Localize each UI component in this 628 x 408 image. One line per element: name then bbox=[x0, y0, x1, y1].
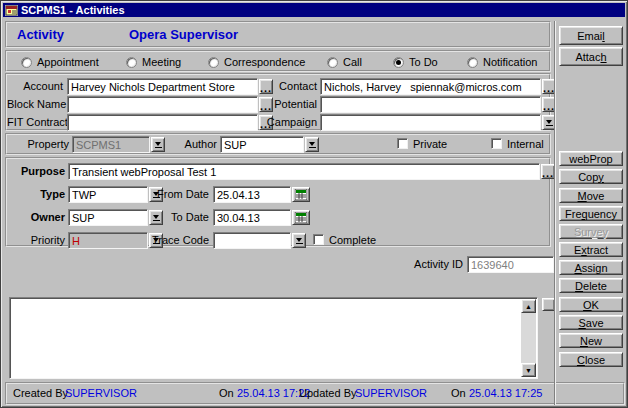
complete-label: Complete bbox=[329, 232, 376, 249]
account-input[interactable] bbox=[67, 78, 258, 95]
from-date-calendar-button[interactable] bbox=[292, 187, 310, 202]
activities-window: SCPMS1 - Activities Activity Opera Super… bbox=[0, 0, 628, 408]
copy-button[interactable]: Copy bbox=[559, 169, 623, 184]
block-name-label: Block Name bbox=[7, 96, 63, 113]
updated-by-value: SUPERVISOR bbox=[355, 387, 427, 399]
detail-panel: Purpose ... Type From Date Owner To Date bbox=[5, 157, 551, 247]
radio-notification[interactable]: Notification bbox=[467, 56, 537, 68]
radio-label: Meeting bbox=[142, 56, 181, 68]
campaign-label: Campaign bbox=[261, 114, 317, 131]
radio-icon bbox=[126, 57, 137, 68]
assign-button[interactable]: Assign bbox=[559, 260, 623, 275]
trace-code-input[interactable] bbox=[213, 232, 291, 249]
updated-by-label: Updated By bbox=[299, 387, 356, 399]
radio-label: Call bbox=[343, 56, 362, 68]
radio-appointment[interactable]: Appointment bbox=[21, 56, 99, 68]
application-icon bbox=[5, 5, 18, 16]
window-title: SCPMS1 - Activities bbox=[21, 3, 125, 17]
campaign-input[interactable] bbox=[320, 114, 541, 131]
internal-label: Internal bbox=[507, 136, 544, 153]
radio-icon bbox=[21, 57, 32, 68]
potential-label: Potential bbox=[261, 96, 317, 113]
fit-contract-label: FIT Contract bbox=[7, 114, 63, 131]
internal-checkbox[interactable] bbox=[491, 138, 502, 149]
radio-icon bbox=[208, 57, 219, 68]
header-panel: Activity Opera Supervisor bbox=[5, 21, 551, 48]
radio-label: Appointment bbox=[37, 56, 99, 68]
radio-todo[interactable]: To Do bbox=[393, 56, 438, 68]
created-by-label: Created By bbox=[13, 387, 68, 399]
property-input bbox=[72, 136, 150, 153]
activity-id-label: Activity ID bbox=[407, 256, 463, 273]
new-button[interactable]: New bbox=[559, 333, 623, 348]
title-bar[interactable]: SCPMS1 - Activities bbox=[3, 3, 625, 17]
priority-input[interactable] bbox=[68, 232, 148, 249]
radio-meeting[interactable]: Meeting bbox=[126, 56, 181, 68]
page-title: Activity bbox=[17, 27, 64, 42]
account-label: Account bbox=[7, 78, 63, 95]
radio-icon bbox=[467, 57, 478, 68]
private-label: Private bbox=[413, 136, 447, 153]
potential-input[interactable] bbox=[320, 96, 541, 113]
to-date-label: To Date bbox=[147, 209, 209, 226]
button-column-separator bbox=[554, 21, 556, 405]
chevron-down-icon bbox=[546, 120, 552, 124]
updated-on-value: 25.04.13 17:25 bbox=[469, 387, 542, 399]
radio-call[interactable]: Call bbox=[327, 56, 362, 68]
type-label: Type bbox=[7, 186, 65, 203]
radio-label: To Do bbox=[409, 56, 438, 68]
radio-icon bbox=[393, 57, 404, 68]
email-button[interactable]: Email bbox=[559, 26, 623, 45]
owner-label: Owner bbox=[7, 209, 65, 226]
survey-button: Survey bbox=[559, 224, 623, 239]
updated-on-label: On bbox=[451, 387, 466, 399]
to-date-calendar-button[interactable] bbox=[292, 210, 310, 225]
webprop-button[interactable]: webProp bbox=[559, 151, 623, 166]
from-date-input[interactable] bbox=[213, 186, 291, 203]
author-label: Author bbox=[167, 136, 217, 153]
type-input[interactable] bbox=[68, 186, 148, 203]
chevron-down-icon bbox=[155, 142, 161, 146]
attach-button[interactable]: Attach bbox=[559, 47, 623, 66]
author-input[interactable] bbox=[220, 136, 304, 153]
close-button[interactable]: Close bbox=[559, 352, 623, 367]
purpose-input[interactable] bbox=[68, 163, 540, 180]
scroll-up-icon[interactable]: ▲ bbox=[521, 299, 536, 313]
block-name-input[interactable] bbox=[67, 96, 258, 113]
extract-button[interactable]: Extract bbox=[559, 242, 623, 257]
radio-label: Notification bbox=[483, 56, 537, 68]
header-user-name: Opera Supervisor bbox=[129, 27, 238, 42]
radio-correspondence[interactable]: Correspondence bbox=[208, 56, 305, 68]
scroll-down-icon[interactable]: ▼ bbox=[521, 363, 536, 377]
ok-button[interactable]: OK bbox=[559, 297, 623, 312]
fit-contract-input[interactable] bbox=[67, 114, 258, 131]
priority-label: Priority bbox=[7, 232, 65, 249]
calendar-icon bbox=[295, 189, 307, 200]
radio-label: Correspondence bbox=[224, 56, 305, 68]
frequency-button[interactable]: Frequency bbox=[559, 206, 623, 221]
author-dropdown-button[interactable] bbox=[305, 137, 319, 152]
owner-input[interactable] bbox=[68, 209, 148, 226]
property-dropdown-button[interactable] bbox=[151, 137, 165, 152]
save-button[interactable]: Save bbox=[559, 315, 623, 330]
activity-type-panel: Appointment Meeting Correspondence Call … bbox=[5, 50, 551, 72]
created-on-label: On bbox=[219, 387, 234, 399]
complete-checkbox[interactable] bbox=[313, 234, 324, 245]
delete-button[interactable]: Delete bbox=[559, 278, 623, 293]
contact-label: Contact bbox=[261, 78, 317, 95]
radio-icon bbox=[327, 57, 338, 68]
notes-scrollbar[interactable]: ▲ ▼ bbox=[521, 299, 536, 377]
contact-input[interactable] bbox=[320, 78, 541, 95]
trace-code-dropdown-button[interactable] bbox=[292, 233, 306, 248]
purpose-label: Purpose bbox=[7, 163, 65, 180]
notes-textarea[interactable]: ▲ ▼ bbox=[9, 297, 538, 379]
property-panel: Property Author Private Internal bbox=[5, 133, 551, 155]
from-date-label: From Date bbox=[147, 186, 209, 203]
purpose-lookup-button[interactable]: ... bbox=[541, 164, 555, 179]
private-checkbox[interactable] bbox=[397, 138, 408, 149]
audit-panel: Created By SUPERVISOR On 25.04.13 17:22 … bbox=[5, 382, 625, 405]
to-date-input[interactable] bbox=[213, 209, 291, 226]
trace-code-label: Trace Code bbox=[147, 232, 209, 249]
account-panel: Account ... Contact ... Block Name ... P… bbox=[5, 73, 551, 131]
move-button[interactable]: Move bbox=[559, 188, 623, 203]
